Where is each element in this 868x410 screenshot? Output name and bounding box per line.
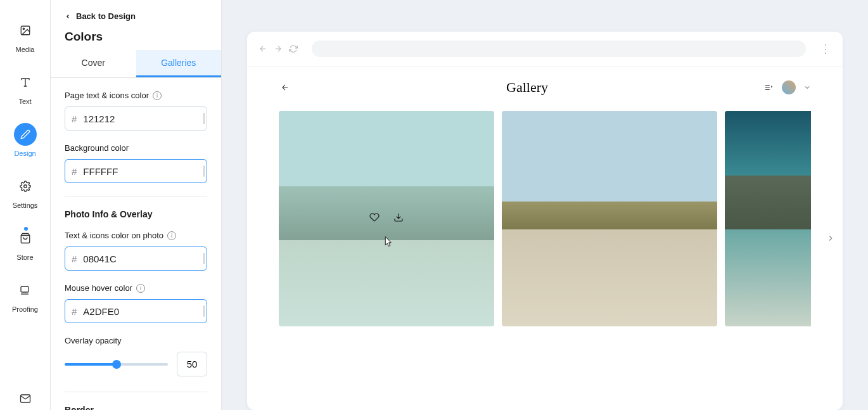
hash-prefix: # bbox=[72, 166, 77, 177]
color-swatch[interactable] bbox=[203, 305, 205, 317]
background-color-input[interactable]: # bbox=[65, 159, 207, 183]
gear-icon bbox=[14, 175, 37, 198]
gallery-thumbnail[interactable] bbox=[502, 111, 717, 326]
svg-point-1 bbox=[23, 28, 24, 29]
tab-galleries[interactable]: Galleries bbox=[136, 50, 222, 77]
background-label: Background color bbox=[65, 143, 207, 153]
browser-reload-button[interactable] bbox=[289, 44, 298, 53]
back-label: Back to Design bbox=[76, 11, 136, 21]
browser-toolbar: ⋮ bbox=[247, 32, 843, 67]
nav-proofing[interactable]: Proofing bbox=[12, 279, 38, 313]
text-on-photo-color-input[interactable]: # bbox=[65, 247, 207, 271]
avatar[interactable] bbox=[782, 80, 796, 94]
chevron-left-icon bbox=[65, 13, 71, 20]
nav-label: Design bbox=[14, 150, 35, 157]
divider bbox=[65, 196, 207, 196]
list-icon[interactable] bbox=[763, 83, 774, 92]
hex-input[interactable] bbox=[83, 166, 203, 177]
svg-point-2 bbox=[23, 185, 27, 188]
nav-mail[interactable] bbox=[14, 387, 37, 410]
nav-text[interactable]: Text bbox=[14, 71, 37, 105]
browser-back-button[interactable] bbox=[258, 44, 267, 53]
gallery-thumbnail[interactable] bbox=[279, 111, 494, 326]
tab-cover[interactable]: Cover bbox=[51, 50, 136, 77]
nav-media[interactable]: Media bbox=[14, 19, 37, 53]
opacity-value-input[interactable] bbox=[177, 352, 207, 376]
tabs: Cover Galleries bbox=[51, 50, 221, 78]
nav-label: Proofing bbox=[12, 305, 38, 313]
hex-input[interactable] bbox=[83, 113, 203, 124]
hash-prefix: # bbox=[72, 253, 77, 264]
mail-icon bbox=[14, 387, 37, 410]
url-bar[interactable] bbox=[312, 41, 806, 57]
section-overlay-title: Photo Info & Overlay bbox=[65, 209, 207, 219]
side-nav: Media Text Design Settings Store Proofin… bbox=[0, 0, 51, 410]
heart-icon[interactable] bbox=[369, 212, 380, 222]
gallery-title: Gallery bbox=[506, 79, 548, 96]
browser-frame: ⋮ Gallery bbox=[247, 32, 843, 410]
text-on-photo-label: Text & icons color on photo i bbox=[65, 231, 207, 240]
back-link[interactable]: Back to Design bbox=[65, 11, 207, 21]
canvas-area: ⋮ Gallery bbox=[222, 0, 868, 410]
page-text-label: Page text & icons color i bbox=[65, 91, 207, 100]
page-text-color-input[interactable]: # bbox=[65, 106, 207, 131]
color-swatch[interactable] bbox=[203, 253, 205, 264]
opacity-label: Overlay opacity bbox=[65, 336, 207, 345]
gallery-thumbnail[interactable] bbox=[725, 111, 811, 326]
hash-prefix: # bbox=[72, 113, 77, 124]
settings-panel: Back to Design Colors Cover Galleries Pa… bbox=[51, 0, 222, 410]
notification-badge bbox=[24, 227, 28, 231]
panel-title: Colors bbox=[65, 30, 207, 44]
chevron-down-icon[interactable] bbox=[803, 84, 811, 91]
svg-rect-3 bbox=[21, 286, 29, 292]
nav-settings[interactable]: Settings bbox=[13, 175, 38, 209]
info-icon[interactable]: i bbox=[136, 284, 145, 293]
color-swatch[interactable] bbox=[203, 165, 205, 177]
slider-thumb[interactable] bbox=[112, 360, 121, 369]
gallery-preview: Gallery bbox=[247, 67, 843, 410]
stamp-icon bbox=[13, 279, 36, 302]
color-swatch[interactable] bbox=[203, 113, 205, 124]
divider bbox=[65, 392, 207, 392]
download-icon[interactable] bbox=[393, 212, 404, 222]
info-icon[interactable]: i bbox=[167, 231, 176, 240]
opacity-slider[interactable] bbox=[65, 363, 168, 366]
nav-store[interactable]: Store bbox=[14, 227, 37, 261]
browser-menu-button[interactable]: ⋮ bbox=[820, 42, 831, 56]
hover-label: Mouse hover color i bbox=[65, 283, 207, 293]
browser-forward-button[interactable] bbox=[274, 44, 283, 53]
slider-fill bbox=[65, 363, 117, 366]
gallery-next-button[interactable] bbox=[826, 231, 835, 245]
preview-back-button[interactable] bbox=[279, 83, 291, 92]
hex-input[interactable] bbox=[83, 306, 203, 317]
nav-label: Store bbox=[16, 253, 33, 261]
section-border-title: Border bbox=[65, 405, 207, 410]
hover-color-input[interactable]: # bbox=[65, 299, 207, 323]
text-icon bbox=[14, 71, 37, 94]
hex-input[interactable] bbox=[83, 253, 203, 264]
nav-design[interactable]: Design bbox=[14, 123, 37, 157]
image-icon bbox=[14, 19, 37, 42]
nav-label: Media bbox=[16, 46, 35, 53]
nav-label: Text bbox=[18, 98, 31, 105]
cursor-icon bbox=[382, 234, 393, 248]
hash-prefix: # bbox=[72, 306, 77, 317]
pencil-icon bbox=[14, 123, 37, 146]
nav-label: Settings bbox=[13, 202, 38, 209]
gallery-row bbox=[279, 111, 811, 326]
info-icon[interactable]: i bbox=[153, 91, 162, 100]
